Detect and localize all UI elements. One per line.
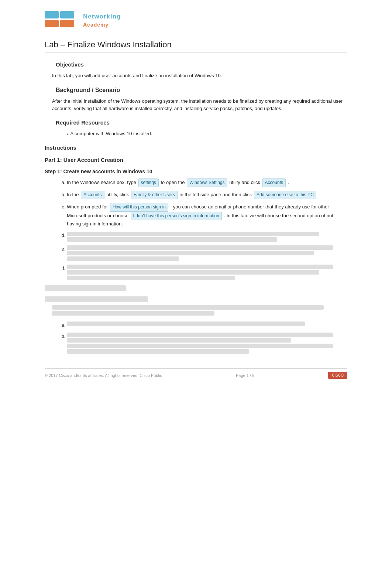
- page-container: Networking Academy Lab – Finalize Window…: [37, 0, 355, 401]
- part1-heading: Part 1: User Account Creation: [45, 156, 347, 164]
- step1a-text-mid2: utility and click: [229, 180, 260, 185]
- logo-sq-tr: [60, 11, 74, 18]
- logo-sq-tl: [45, 11, 59, 18]
- logo-sq-bl: [45, 20, 59, 27]
- required-resources-list: A computer with Windows 10 installed.: [67, 130, 347, 137]
- step3-para-blurred: [52, 305, 347, 316]
- step1-item-f-blurred: [67, 265, 347, 280]
- step1b-highlight1: Accounts: [81, 191, 104, 199]
- step1b-text-mid2: in the left side pane and then click: [180, 192, 252, 197]
- step2-heading-blurred: [45, 285, 126, 291]
- background-text: After the initial installation of the Wi…: [52, 98, 347, 112]
- step1b-text-before: In the: [67, 192, 79, 197]
- footer-left: © 2017 Cisco and/or its affiliates. All …: [45, 372, 162, 379]
- step1c-highlight1: How will this person sign in: [110, 203, 168, 211]
- step1a-text-after: .: [288, 180, 289, 185]
- step1c-highlight2: I don't have this person's sign-in infor…: [131, 212, 222, 220]
- required-resources-heading: Required Resources: [56, 119, 347, 127]
- header-logo: Networking Academy: [45, 11, 347, 30]
- step1b-text-mid1: utility, click: [106, 192, 129, 197]
- step1a-highlight1: settings: [138, 178, 159, 187]
- step3-item-a-blurred: [67, 321, 347, 329]
- step1b-highlight3: Add someone else to this PC: [254, 191, 316, 199]
- objectives-heading: Objectives: [56, 61, 347, 69]
- step3-heading-blurred: [45, 296, 148, 302]
- step1a-highlight3: Accounts: [262, 178, 286, 187]
- step1b-highlight2: Family & other Users: [131, 191, 178, 199]
- step1-item-c: When prompted for How will this person s…: [67, 203, 347, 228]
- logo-sq-br: [60, 20, 74, 27]
- logo-text-bot: Academy: [83, 21, 121, 29]
- logo-text-top: Networking: [83, 12, 121, 21]
- step1a-text-before: In the Windows search box, type: [67, 180, 136, 185]
- step1-item-a: In the Windows search box, type settings…: [67, 178, 347, 187]
- step1-heading: Step 1: Create new accounts in Windows 1…: [45, 168, 347, 176]
- step1a-text-mid1: to open the: [161, 180, 185, 185]
- instructions-heading: Instructions: [45, 144, 347, 152]
- list-item: A computer with Windows 10 installed.: [67, 130, 347, 137]
- footer-logo: CISCO: [328, 372, 347, 379]
- step1-item-e-blurred: [67, 245, 347, 261]
- footer-page: Page 1 / 5: [236, 372, 254, 379]
- step1-item-b: In the Accounts utility, click Family & …: [67, 191, 347, 199]
- logo-text: Networking Academy: [83, 12, 121, 29]
- footer: © 2017 Cisco and/or its affiliates. All …: [45, 368, 347, 379]
- step1b-text-after: .: [318, 192, 320, 197]
- background-heading: Background / Scenario: [56, 86, 347, 95]
- objectives-text: In this lab, you will add user accounts …: [52, 72, 347, 79]
- logo-icon: [45, 11, 78, 30]
- step3-list-blurred: [67, 321, 347, 354]
- main-title: Lab – Finalize Windows Installation: [45, 38, 347, 52]
- step3-item-b-blurred: [67, 333, 347, 354]
- step1-list: In the Windows search box, type settings…: [67, 178, 347, 280]
- step1-item-d-blurred: [67, 232, 347, 242]
- step1a-highlight2: Windows Settings: [187, 178, 227, 187]
- step1c-text-before: When prompted for: [67, 204, 108, 210]
